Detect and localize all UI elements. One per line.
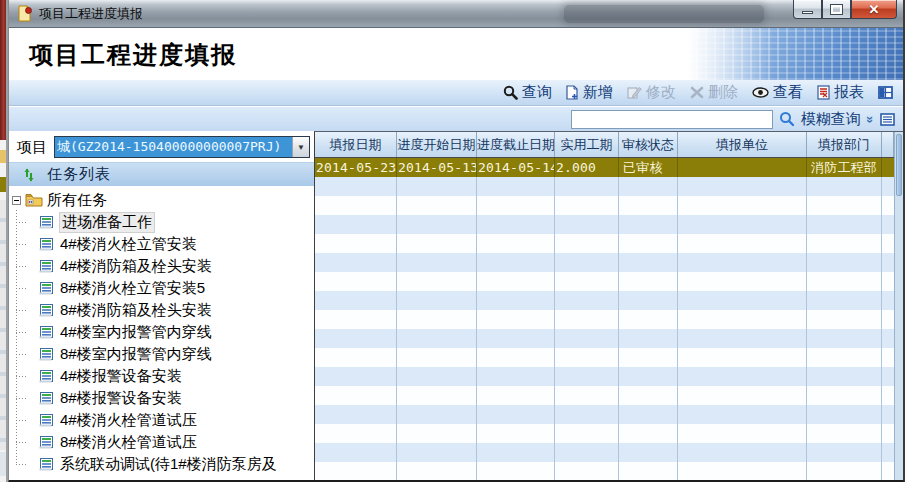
- table-row-empty[interactable]: [315, 443, 894, 462]
- tree-root[interactable]: 所有任务: [9, 189, 314, 211]
- task-icon: [39, 282, 54, 295]
- column-header[interactable]: 进度截止日期: [477, 132, 555, 157]
- scrollbar-thumb[interactable]: [896, 134, 902, 196]
- table-row-empty[interactable]: [315, 215, 894, 234]
- maximize-button[interactable]: [822, 0, 851, 19]
- toolbar-button-report[interactable]: 报表: [817, 83, 864, 102]
- tree-item-task[interactable]: 进场准备工作: [9, 211, 314, 233]
- column-header[interactable]: 实用工期: [555, 132, 619, 157]
- table-cell: [807, 386, 882, 405]
- table-cell: [477, 310, 555, 329]
- table-row-empty[interactable]: [315, 196, 894, 215]
- table-row-empty[interactable]: [315, 177, 894, 196]
- tree-item-task[interactable]: 8#楼消火栓立管安装5: [9, 277, 314, 299]
- app-window: 项目工程进度填报 ✕ 项目工程进度填报 查询新增修改删除查看报表 模糊查询 »: [8, 0, 905, 482]
- table-cell: 消防工程部: [807, 158, 882, 177]
- table-row-empty[interactable]: [315, 367, 894, 386]
- column-header-partial: [882, 132, 894, 157]
- refresh-icon[interactable]: [23, 168, 35, 182]
- table-cell-partial: [882, 253, 894, 272]
- grid-icon[interactable]: [878, 86, 893, 99]
- table-row-empty[interactable]: [315, 424, 894, 443]
- search-input[interactable]: [571, 110, 773, 129]
- tree-item-task[interactable]: 8#楼报警设备安装: [9, 387, 314, 409]
- project-selector-row: 项目 城(GZ2014-150400000000007PRJ) ▼: [9, 131, 314, 162]
- table-cell: [807, 443, 882, 462]
- progress-table-area: 填报日期进度开始日期进度截止日期实用工期审核状态填报单位填报部门 2014-05…: [314, 131, 903, 480]
- progress-table: 填报日期进度开始日期进度截止日期实用工期审核状态填报单位填报部门 2014-05…: [315, 132, 894, 480]
- window-title: 项目工程进度填报: [39, 0, 143, 28]
- table-cell: [678, 272, 807, 291]
- column-header[interactable]: 填报单位: [678, 132, 807, 157]
- toolbar-button-new-document[interactable]: 新增: [566, 83, 613, 102]
- table-cell: [477, 329, 555, 348]
- table-cell: [555, 462, 619, 480]
- table-cell: [397, 196, 477, 215]
- table-row-empty[interactable]: [315, 291, 894, 310]
- table-row-empty[interactable]: [315, 272, 894, 291]
- task-icon: [39, 260, 54, 273]
- task-label: 8#楼消火栓管道试压: [60, 433, 197, 452]
- vertical-scrollbar[interactable]: [894, 132, 903, 480]
- tree-item-task[interactable]: 4#楼室内报警管内穿线: [9, 321, 314, 343]
- table-cell: [555, 177, 619, 196]
- column-header[interactable]: 进度开始日期: [397, 132, 477, 157]
- table-cell: [619, 348, 678, 367]
- dropdown-arrow-icon[interactable]: ▼: [292, 137, 309, 157]
- close-button[interactable]: ✕: [851, 0, 897, 19]
- project-dropdown[interactable]: 城(GZ2014-150400000000007PRJ) ▼: [54, 136, 310, 158]
- tree-item-task[interactable]: 系统联动调试(待1#楼消防泵房及: [9, 453, 314, 475]
- table-cell: [807, 367, 882, 386]
- table-row-empty[interactable]: [315, 405, 894, 424]
- tree-item-task[interactable]: 4#楼消火栓立管安装: [9, 233, 314, 255]
- tree-item-task[interactable]: 8#楼室内报警管内穿线: [9, 343, 314, 365]
- toolbar-button-search[interactable]: 查询: [503, 83, 552, 102]
- column-header[interactable]: 填报部门: [807, 132, 882, 157]
- list-settings-icon[interactable]: [880, 113, 895, 126]
- tree-item-task[interactable]: 8#楼消防箱及栓头安装: [9, 299, 314, 321]
- table-cell: [807, 310, 882, 329]
- fuzzy-query-label[interactable]: 模糊查询: [801, 110, 861, 129]
- table-cell: [678, 177, 807, 196]
- table-row-empty[interactable]: [315, 329, 894, 348]
- table-row-empty[interactable]: [315, 234, 894, 253]
- table-cell: [315, 367, 397, 386]
- search-icon[interactable]: [779, 111, 795, 127]
- new-document-icon: [566, 85, 579, 100]
- tree-item-task[interactable]: 4#楼消防箱及栓头安装: [9, 255, 314, 277]
- table-cell: [397, 291, 477, 310]
- collapse-icon[interactable]: [12, 196, 21, 205]
- table-cell: [397, 462, 477, 480]
- table-cell: [807, 329, 882, 348]
- table-cell-partial: [882, 291, 894, 310]
- task-panel: 项目 城(GZ2014-150400000000007PRJ) ▼ 任务列表: [9, 131, 314, 480]
- table-row-empty[interactable]: [315, 310, 894, 329]
- tree-item-task[interactable]: 8#楼消火栓管道试压: [9, 431, 314, 453]
- table-cell: [619, 234, 678, 253]
- table-cell: [807, 196, 882, 215]
- table-cell: [477, 177, 555, 196]
- table-cell: [477, 367, 555, 386]
- chevron-double-down-icon[interactable]: »: [863, 115, 878, 122]
- tree-item-task[interactable]: 4#楼消火栓管道试压: [9, 409, 314, 431]
- tree-item-task[interactable]: 4#楼报警设备安装: [9, 365, 314, 387]
- title-bar[interactable]: 项目工程进度填报 ✕: [9, 0, 903, 28]
- table-cell-partial: [882, 443, 894, 462]
- table-cell: [477, 424, 555, 443]
- column-header[interactable]: 审核状态: [619, 132, 678, 157]
- table-cell-partial: [882, 234, 894, 253]
- table-row-empty[interactable]: [315, 348, 894, 367]
- table-row-empty[interactable]: [315, 253, 894, 272]
- table-cell: [315, 196, 397, 215]
- table-row-empty[interactable]: [315, 386, 894, 405]
- table-cell: [397, 367, 477, 386]
- toolbar-button-view-eye[interactable]: 查看: [752, 83, 803, 102]
- minimize-button[interactable]: [793, 0, 822, 19]
- table-row-empty[interactable]: [315, 462, 894, 480]
- table-row-selected[interactable]: 2014-05-232014-05-132014-05-142.000已审核消防…: [315, 158, 894, 177]
- table-cell: [397, 215, 477, 234]
- column-header[interactable]: 填报日期: [315, 132, 397, 157]
- task-icon: [39, 414, 54, 427]
- table-cell: [678, 158, 807, 177]
- table-cell: [315, 424, 397, 443]
